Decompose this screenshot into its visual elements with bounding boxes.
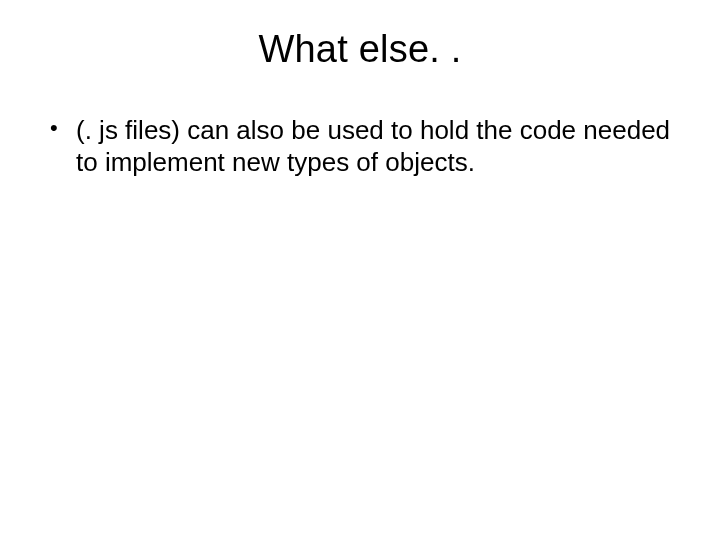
slide-title: What else. . — [40, 28, 680, 71]
slide-body: (. js files) can also be used to hold th… — [40, 115, 680, 178]
bullet-list: (. js files) can also be used to hold th… — [44, 115, 680, 178]
bullet-item: (. js files) can also be used to hold th… — [44, 115, 680, 178]
slide-container: What else. . (. js files) can also be us… — [0, 0, 720, 540]
